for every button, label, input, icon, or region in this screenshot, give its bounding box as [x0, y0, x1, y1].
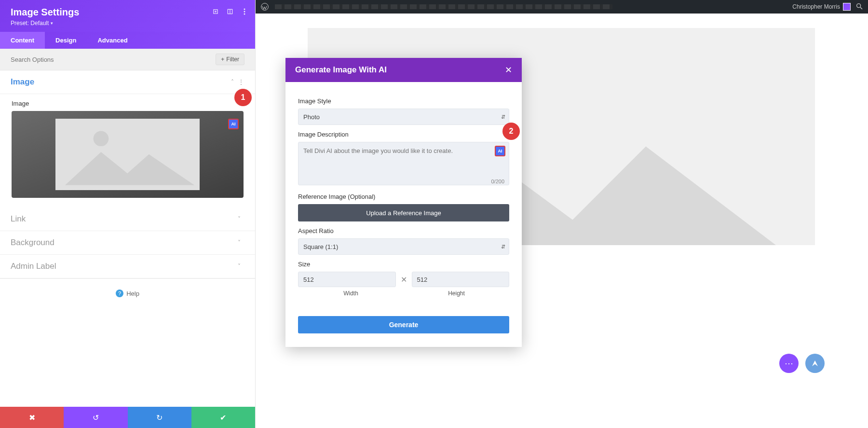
- upload-reference-button[interactable]: Upload a Reference Image: [298, 204, 509, 221]
- sidebar-tabs: Content Design Advanced: [0, 32, 255, 49]
- svg-line-12: [860, 7, 862, 9]
- wp-user-menu[interactable]: Christopher Morris: [792, 3, 851, 11]
- svg-rect-0: [214, 10, 217, 14]
- filter-button[interactable]: +Filter: [216, 54, 244, 65]
- image-field-label: Image: [12, 100, 244, 107]
- section-background-title: Background: [11, 238, 54, 248]
- sidebar-footer: ✖ ↺ ↻ ✔: [0, 407, 255, 428]
- ai-desc-button[interactable]: AI: [495, 146, 505, 156]
- save-button[interactable]: ✔: [191, 407, 255, 428]
- section-more-icon[interactable]: ⋮: [238, 78, 244, 86]
- times-icon: ✕: [401, 275, 407, 284]
- reference-label: Reference Image (Optional): [298, 193, 509, 200]
- columns-icon[interactable]: [226, 8, 234, 15]
- image-style-select[interactable]: Photo: [298, 109, 509, 125]
- chevron-up-icon: ˄: [231, 79, 234, 85]
- wp-menu-blurred: [275, 4, 787, 9]
- image-preview[interactable]: AI: [12, 111, 244, 198]
- help-button[interactable]: ? Help: [116, 290, 139, 297]
- section-link-title: Link: [11, 214, 26, 224]
- more-fab[interactable]: ⋯: [779, 354, 799, 373]
- section-image-body: Image AI: [0, 100, 255, 207]
- section-background-header[interactable]: Background ˅: [0, 231, 255, 255]
- section-admin-header[interactable]: Admin Label ˅: [0, 255, 255, 278]
- section-image-header[interactable]: Image ˄ ⋮: [0, 70, 255, 94]
- search-input[interactable]: [11, 56, 216, 63]
- wp-admin-bar: Christopher Morris: [256, 0, 868, 14]
- chevron-down-icon: ˅: [238, 239, 241, 246]
- cancel-button[interactable]: ✖: [0, 407, 64, 428]
- image-desc-label: Image Description: [298, 131, 509, 138]
- width-sublabel: Width: [298, 290, 404, 297]
- sidebar-header: Image Settings Preset: Default: [0, 0, 255, 32]
- tab-design[interactable]: Design: [45, 32, 87, 49]
- section-admin-title: Admin Label: [11, 262, 56, 271]
- wordpress-icon[interactable]: [260, 2, 269, 11]
- svg-point-6: [244, 14, 245, 15]
- section-link-header[interactable]: Link ˅: [0, 207, 255, 231]
- redo-button[interactable]: ↻: [128, 407, 191, 428]
- aspect-select[interactable]: Square (1:1): [298, 238, 509, 255]
- modal-close-button[interactable]: ✕: [505, 65, 512, 75]
- aspect-label: Aspect Ratio: [298, 227, 509, 235]
- ai-modal: Generate Image With AI ✕ Image Style Pho…: [285, 58, 522, 347]
- modal-header: Generate Image With AI ✕: [285, 58, 522, 82]
- generate-button[interactable]: Generate: [298, 316, 509, 333]
- tab-advanced[interactable]: Advanced: [87, 32, 138, 49]
- height-sublabel: Height: [404, 290, 509, 297]
- help-label: Help: [126, 290, 139, 297]
- search-row: +Filter: [0, 49, 255, 70]
- more-icon[interactable]: [241, 8, 248, 15]
- chevron-down-icon: ˅: [238, 216, 241, 222]
- size-label: Size: [298, 261, 509, 268]
- svg-point-1: [215, 11, 216, 12]
- chevron-down-icon: ˅: [238, 263, 241, 270]
- section-image-title: Image: [11, 77, 34, 87]
- modal-title: Generate Image With AI: [295, 65, 505, 75]
- undo-button[interactable]: ↺: [64, 407, 127, 428]
- settings-sidebar: Image Settings Preset: Default Content D…: [0, 0, 256, 428]
- image-desc-input[interactable]: [298, 142, 509, 185]
- divi-fab[interactable]: [805, 354, 825, 373]
- help-icon: ?: [116, 290, 123, 297]
- width-input[interactable]: [298, 272, 396, 287]
- svg-point-4: [244, 9, 245, 10]
- svg-point-8: [94, 131, 109, 146]
- svg-point-5: [244, 11, 245, 13]
- avatar-icon: [843, 3, 851, 11]
- char-count: 0/200: [491, 179, 504, 184]
- height-input[interactable]: [412, 272, 510, 287]
- preset-dropdown[interactable]: Preset: Default: [11, 20, 53, 27]
- svg-point-11: [857, 3, 861, 7]
- image-style-label: Image Style: [298, 97, 509, 105]
- sidebar-title: Image Settings: [11, 7, 244, 18]
- help-row: ? Help: [0, 278, 255, 307]
- callout-2: 2: [502, 123, 520, 140]
- tab-content[interactable]: Content: [0, 32, 45, 49]
- wp-user-name: Christopher Morris: [792, 3, 840, 10]
- wp-search-icon[interactable]: [855, 2, 863, 12]
- callout-1: 1: [234, 89, 252, 106]
- ai-image-button[interactable]: AI: [228, 119, 239, 129]
- expand-icon[interactable]: [212, 8, 219, 15]
